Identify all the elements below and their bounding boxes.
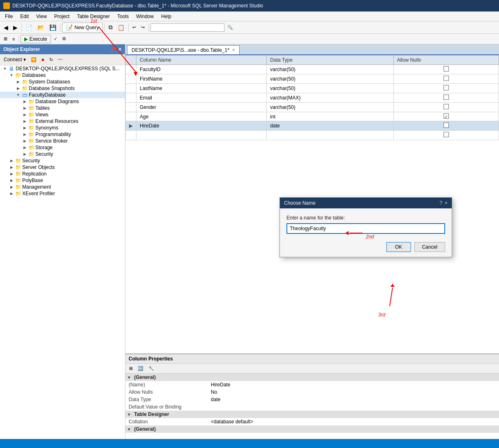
table-row[interactable]: FirstNamevarchar(50) [126,74,499,84]
toggle-server[interactable]: ▼ [2,67,8,71]
cancel-button[interactable]: Cancel [414,242,445,252]
allow-nulls-checkbox[interactable] [444,122,449,128]
tabledesigner-toggle[interactable]: ▼ [127,412,131,417]
ok-button[interactable]: OK [386,242,411,252]
dialog-help-icon[interactable]: ? [439,200,442,206]
toggle-polybase[interactable]: ▶ [8,178,15,182]
table-row[interactable]: Emailvarchar(MAX) [126,93,499,103]
bottom-toggle[interactable]: ▼ [127,427,131,432]
table-row[interactable]: Gendervarchar(50) [126,103,499,112]
menu-file[interactable]: File [2,13,16,20]
menu-help[interactable]: Help [158,13,175,20]
tree-item-facultydb[interactable]: ▼ 🗃 FacultyDatabase [0,92,125,98]
tree-item-diagrams[interactable]: ▶ 📁 Database Diagrams [0,98,125,105]
toggle-snapshots[interactable]: ▶ [15,86,21,90]
menu-window[interactable]: Window [133,13,157,20]
data-type-cell[interactable]: varchar(MAX) [267,93,393,103]
toggle-storage[interactable]: ▶ [21,145,28,150]
tab-close-icon[interactable]: ✕ [232,48,235,52]
refresh-btn[interactable]: ↻ [47,56,55,64]
paste-btn[interactable]: 📋 [116,23,127,32]
data-type-cell[interactable]: date [267,121,393,131]
allow-nulls-checkbox[interactable] [444,76,449,81]
allow-nulls-checkbox[interactable] [444,104,449,109]
allow-nulls-cell[interactable] [393,121,499,131]
data-type-cell[interactable]: int [267,112,393,121]
tree-item-storage[interactable]: ▶ 📁 Storage [0,144,125,151]
dialog-close-icon[interactable]: × [445,200,448,206]
tree-item-server[interactable]: ▼ 🖥 DESKTOP-QQKLEJP\SQLEXPRESS (SQL S... [0,65,125,72]
column-name-cell[interactable]: HireDate [136,121,267,131]
data-type-cell[interactable]: varchar(50) [267,84,393,93]
toggle-security[interactable]: ▶ [8,159,15,163]
menu-tools[interactable]: Tools [114,13,132,20]
save-btn[interactable]: 💾 [47,23,58,32]
toggle-serverobjects[interactable]: ▶ [8,165,15,169]
tree-item-systemdbs[interactable]: ▶ 📁 System Databases [0,79,125,85]
search-input[interactable] [150,23,224,32]
props-filter-btn[interactable]: 🔧 [146,365,156,372]
table-name-input[interactable] [286,223,445,234]
toggle-facultydb[interactable]: ▼ [15,93,21,97]
back-btn[interactable]: ◀ [2,23,10,32]
open-btn[interactable]: 📂 [35,23,46,32]
main-tab[interactable]: DESKTOP-QQKLEJP\S...ase - dbo.Table_1* ✕ [127,45,240,54]
redo-btn[interactable]: ↪ [139,23,147,31]
allow-nulls-cell[interactable] [393,74,499,84]
column-name-cell[interactable]: FacultyID [136,65,267,74]
menu-view[interactable]: View [33,13,50,20]
data-type-cell[interactable]: varchar(50) [267,103,393,112]
data-type-cell[interactable] [267,131,393,140]
new-file-btn[interactable]: 📄 [23,23,35,32]
allow-nulls-cell[interactable] [393,112,499,121]
tree-item-xevent[interactable]: ▶ 📁 XEvent Profiler [0,190,125,197]
allow-nulls-cell[interactable] [393,93,499,103]
column-name-cell[interactable]: LastName [136,84,267,93]
allow-nulls-checkbox[interactable] [444,132,449,137]
toggle-replication[interactable]: ▶ [8,172,15,176]
list-btn[interactable]: ≡ [10,35,17,43]
toggle-synonyms[interactable]: ▶ [21,126,28,130]
filter-btn[interactable]: 🔽 [29,56,39,64]
execute-button[interactable]: ▶ Execute [21,35,51,43]
debug-btn[interactable]: ⚙ [60,35,68,43]
toggle-security-db[interactable]: ▶ [21,152,28,156]
allow-nulls-cell[interactable] [393,84,499,93]
allow-nulls-cell[interactable] [393,131,499,140]
forward-btn[interactable]: ▶ [11,23,20,32]
menu-table-designer[interactable]: Table Designer [74,13,113,20]
allow-nulls-checkbox[interactable] [444,85,449,90]
tree-item-security-db[interactable]: ▶ 📁 Security [0,151,125,157]
column-name-cell[interactable]: Gender [136,103,267,112]
connect-button[interactable]: Connect ▾ [2,55,28,64]
column-name-cell[interactable] [136,131,267,140]
tree-item-replication[interactable]: ▶ 📁 Replication [0,171,125,177]
tree-item-servicebroker[interactable]: ▶ 📁 Service Broker [0,138,125,144]
undo-btn[interactable]: ↩ [130,23,138,31]
data-type-cell[interactable]: varchar(50) [267,65,393,74]
tree-item-synonyms[interactable]: ▶ 📁 Synonyms [0,125,125,131]
tree-item-polybase[interactable]: ▶ 📁 PolyBase [0,177,125,184]
toggle-databases[interactable]: ▼ [8,73,15,77]
grid-btn[interactable]: ⊞ [2,35,9,43]
toggle-tables[interactable]: ▶ [21,106,28,110]
menu-project[interactable]: Project [51,13,73,20]
copy-btn[interactable]: ⧉ [106,23,115,32]
toggle-diagrams[interactable]: ▶ [21,99,28,104]
allow-nulls-cell[interactable] [393,65,499,74]
parse-btn[interactable]: ✓ [52,35,59,42]
search-btn[interactable]: 🔍 [225,23,235,31]
toggle-servicebroker[interactable]: ▶ [21,139,28,143]
stop-btn[interactable]: ■ [39,56,46,63]
allow-nulls-cell[interactable] [393,103,499,112]
table-row[interactable]: FacultyIDvarchar(50) [126,65,499,74]
allow-nulls-checkbox[interactable] [444,95,449,100]
toggle-programmability[interactable]: ▶ [21,132,28,136]
props-az-btn[interactable]: 🔤 [136,365,146,372]
tree-item-security[interactable]: ▶ 📁 Security [0,157,125,164]
allow-nulls-checkbox[interactable] [444,113,449,119]
toggle-xevent[interactable]: ▶ [8,192,15,196]
props-grid-btn[interactable]: ⊞ [127,365,135,372]
toggle-systemdbs[interactable]: ▶ [15,80,21,84]
allow-nulls-checkbox[interactable] [444,66,449,72]
